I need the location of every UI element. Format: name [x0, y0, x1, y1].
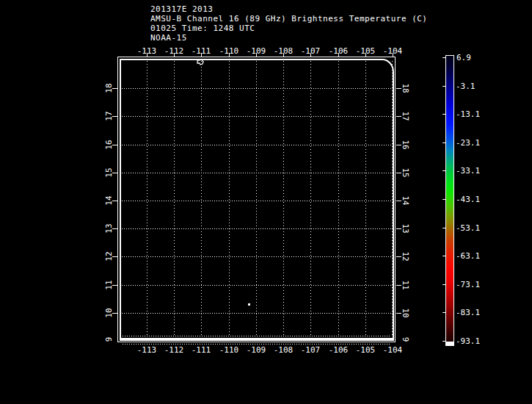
- colorbar-tick: [442, 341, 445, 342]
- lat-gridline: [122, 313, 392, 314]
- lon-label-bottom: -110: [219, 346, 239, 354]
- lat-label-left: 9: [105, 337, 113, 342]
- lon-gridline: [283, 61, 284, 336]
- lon-label-bottom: -106: [329, 346, 349, 354]
- lon-label-bottom: -109: [247, 346, 266, 354]
- lon-label-top: -112: [164, 47, 184, 55]
- colorbar-label: -93.1: [456, 337, 480, 345]
- lon-label-top: -110: [219, 47, 239, 55]
- lon-label-bottom: -112: [164, 346, 184, 354]
- colorbar-tick: [442, 199, 445, 200]
- lat-label-right: 10: [401, 308, 409, 317]
- lat-gridline: [122, 88, 392, 89]
- lat-label-right: 16: [401, 140, 409, 149]
- island-outline-glyph: [195, 59, 205, 68]
- lon-label-top: -106: [329, 47, 349, 55]
- lat-label-left: 15: [105, 167, 113, 177]
- title-date-line: 201317E 2013: [150, 5, 213, 14]
- colorbar-tick: [442, 228, 445, 228]
- lat-label-right: 11: [401, 280, 409, 289]
- lon-gridline: [338, 61, 339, 336]
- lat-label-right: 9: [401, 337, 409, 342]
- lon-gridline: [256, 61, 257, 336]
- swath-boundary-outline: [120, 59, 394, 341]
- lat-label-right: 12: [401, 251, 409, 261]
- colorbar-tick: [442, 256, 445, 256]
- colorbar-label: -43.1: [456, 195, 480, 203]
- colorbar-label: -33.1: [456, 167, 480, 175]
- lon-gridline: [310, 61, 311, 336]
- lon-label-bottom: -108: [274, 346, 294, 354]
- lon-label-bottom: -105: [356, 346, 376, 354]
- lat-gridline: [122, 116, 392, 117]
- lon-gridline: [392, 61, 393, 336]
- lon-gridline: [365, 61, 366, 336]
- colorbar-gradient: [446, 56, 453, 342]
- colorbar-label: -63.1: [456, 252, 480, 260]
- lat-gridline: [122, 228, 392, 229]
- lat-label-left: 11: [105, 280, 113, 289]
- colorbar-label: -53.1: [456, 224, 480, 232]
- lat-label-left: 12: [105, 251, 113, 261]
- colorbar-tick: [442, 312, 445, 313]
- lon-label-bottom: -104: [383, 346, 403, 354]
- lon-label-top: -108: [274, 47, 294, 55]
- data-pixel-dot: [248, 303, 250, 306]
- lon-label-bottom: -113: [137, 346, 157, 354]
- lon-label-top: -107: [301, 47, 321, 55]
- lat-gridline: [122, 173, 392, 173]
- lat-label-right: 13: [401, 223, 409, 233]
- lon-label-bottom: -111: [192, 346, 211, 354]
- colorbar-label: -83.1: [456, 309, 480, 317]
- lat-label-left: 10: [105, 308, 113, 317]
- lat-label-right: 17: [401, 111, 409, 120]
- amsu-b-plot-screen: 201317E 2013 AMSU-B Channel 16 (89 GHz) …: [0, 0, 532, 404]
- lon-gridline: [174, 61, 175, 336]
- lon-label-top: -105: [356, 47, 376, 55]
- colorbar-undefined-segment: [446, 342, 453, 345]
- lon-label-bottom: -107: [301, 346, 321, 354]
- lon-gridline: [201, 61, 202, 336]
- lon-label-top: -104: [383, 47, 403, 55]
- colorbar-tick: [442, 170, 445, 171]
- colorbar-tick: [442, 284, 445, 285]
- title-main-line: AMSU-B Channel 16 (89 GHz) Brightness Te…: [150, 15, 428, 24]
- lon-label-top: -111: [192, 47, 211, 55]
- lat-label-left: 17: [105, 111, 113, 120]
- lat-gridline: [122, 145, 392, 145]
- lat-gridline: [122, 201, 392, 201]
- colorbar-label: -73.1: [456, 281, 480, 289]
- colorbar-tick: [442, 114, 445, 115]
- lat-gridline: [122, 256, 392, 257]
- lon-gridline: [229, 61, 230, 336]
- colorbar-label: -23.1: [456, 139, 480, 147]
- colorbar-label: -3.1: [456, 82, 475, 90]
- title-satellite-line: NOAA-15: [150, 34, 187, 43]
- lon-label-top: -109: [247, 47, 266, 55]
- lat-label-right: 15: [401, 167, 409, 177]
- lat-label-right: 14: [401, 195, 409, 205]
- lon-label-top: -113: [137, 47, 157, 55]
- minor-tick-row-outer: [123, 344, 391, 345]
- colorbar-label: 6.9: [456, 54, 471, 62]
- lat-gridline: [122, 285, 392, 286]
- lat-label-right: 18: [401, 83, 409, 93]
- colorbar: [445, 55, 454, 346]
- lat-label-left: 18: [105, 83, 113, 93]
- colorbar-tick: [442, 57, 445, 58]
- title-orbit-time-line: 01025 Time: 1248 UTC: [150, 24, 255, 33]
- lon-gridline: [147, 61, 147, 336]
- colorbar-tick: [442, 143, 445, 143]
- lat-label-left: 14: [105, 195, 113, 205]
- colorbar-tick: [442, 86, 445, 87]
- lat-label-left: 16: [105, 140, 113, 149]
- minor-tick-row-inner: [123, 336, 391, 336]
- colorbar-label: -13.1: [456, 110, 480, 118]
- lat-label-left: 13: [105, 223, 113, 233]
